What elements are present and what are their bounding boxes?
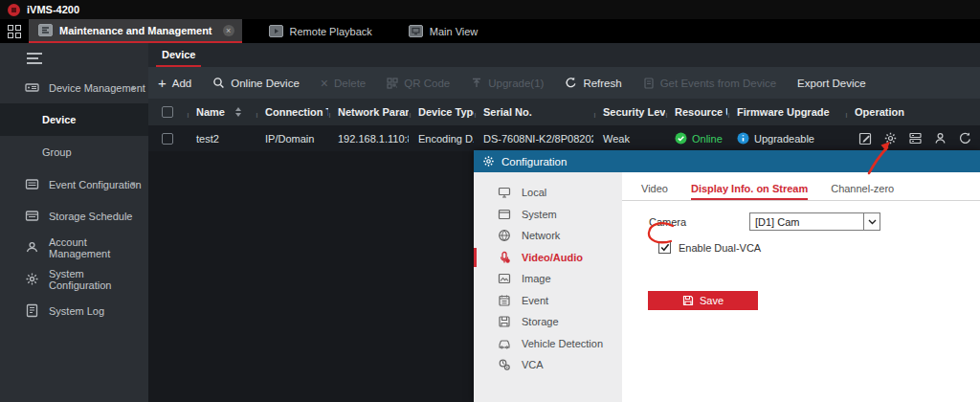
column-header-resource[interactable]: | Resource Us... bbox=[665, 106, 727, 118]
search-icon bbox=[212, 77, 225, 89]
column-header-serial[interactable]: | Serial No. bbox=[474, 106, 593, 118]
sidebar-item-account-management[interactable]: Account Management bbox=[0, 232, 148, 263]
monitor-icon bbox=[409, 25, 423, 37]
save-icon bbox=[682, 295, 694, 306]
edit-icon[interactable] bbox=[858, 131, 873, 145]
add-button[interactable]: + Add bbox=[158, 78, 191, 89]
dialog-nav-vca[interactable]: VCA bbox=[474, 354, 622, 376]
device-management-icon bbox=[25, 80, 39, 95]
cell-firmware: Upgradeable bbox=[727, 132, 845, 145]
column-header-network[interactable]: | Network Param... bbox=[328, 106, 409, 118]
qr-code-button[interactable]: QR Code bbox=[387, 78, 450, 89]
online-device-button[interactable]: Online Device bbox=[212, 77, 300, 89]
window-icon bbox=[497, 207, 511, 221]
dialog-nav-network[interactable]: Network bbox=[474, 225, 622, 247]
tab-display-info-on-stream[interactable]: Display Info. on Stream bbox=[691, 183, 808, 200]
sort-icon[interactable] bbox=[235, 107, 241, 117]
row-checkbox[interactable] bbox=[162, 133, 173, 145]
hikvision-logo-icon bbox=[8, 4, 20, 16]
system-configuration-icon bbox=[25, 272, 39, 286]
refresh-icon[interactable] bbox=[958, 131, 972, 145]
sidebar-item-storage-schedule[interactable]: Storage Schedule bbox=[0, 200, 148, 232]
dialog-nav-storage[interactable]: Storage bbox=[474, 311, 622, 333]
camera-select[interactable]: [D1] Cam bbox=[749, 212, 880, 231]
storage-icon[interactable] bbox=[908, 131, 923, 145]
left-sidebar: Device Management ▲ Device Group Event C… bbox=[0, 43, 148, 402]
maintenance-icon bbox=[38, 24, 53, 36]
sidebar-item-system-log[interactable]: System Log bbox=[0, 295, 148, 326]
caret-down-icon: ▼ bbox=[129, 180, 137, 189]
cell-connection: IP/Domain bbox=[256, 133, 328, 145]
upload-icon bbox=[471, 78, 482, 89]
select-all-checkbox[interactable] bbox=[162, 106, 173, 118]
tab-label: Main View bbox=[430, 26, 479, 37]
tab-main-view[interactable]: Main View bbox=[399, 19, 488, 43]
configuration-dialog: Configuration Local System Network V bbox=[474, 150, 980, 402]
upgrade-button[interactable]: Upgrade(1) bbox=[471, 78, 544, 89]
tab-video[interactable]: Video bbox=[641, 183, 668, 200]
sidebar-item-label: System Log bbox=[49, 305, 104, 317]
qr-icon bbox=[387, 78, 398, 89]
caret-up-icon: ▲ bbox=[129, 83, 137, 92]
tab-label: Maintenance and Management bbox=[59, 25, 212, 36]
user-icon[interactable] bbox=[933, 131, 947, 145]
app-title: iVMS-4200 bbox=[27, 4, 79, 15]
tab-device[interactable]: Device bbox=[156, 49, 201, 67]
tab-remote-playback[interactable]: Remote Playback bbox=[259, 19, 382, 43]
refresh-icon bbox=[565, 77, 577, 89]
account-management-icon bbox=[25, 240, 39, 255]
monitor-icon bbox=[497, 186, 511, 200]
export-device-button[interactable]: Export Device bbox=[797, 78, 866, 89]
get-events-button[interactable]: Get Events from Device bbox=[643, 78, 776, 89]
column-header-security[interactable]: | Security Level bbox=[593, 106, 665, 118]
dialog-tabbar: Video Display Info. on Stream Channel-ze… bbox=[622, 172, 980, 201]
sidebar-item-label: Storage Schedule bbox=[49, 211, 132, 222]
storage-schedule-icon bbox=[25, 209, 39, 223]
cell-name: test2 bbox=[187, 133, 256, 145]
event-icon bbox=[497, 293, 511, 307]
sidebar-item-device[interactable]: Device bbox=[0, 103, 148, 136]
page-tabbar: Device bbox=[148, 43, 980, 67]
cell-serial: DS-7608NI-K2/8P0820200... bbox=[474, 133, 593, 145]
apps-grid-button[interactable] bbox=[0, 19, 29, 43]
collapse-menu-button[interactable] bbox=[27, 53, 42, 64]
microphone-icon bbox=[497, 250, 511, 264]
enable-dual-vca-checkbox[interactable] bbox=[658, 241, 671, 254]
refresh-button[interactable]: Refresh bbox=[565, 77, 621, 89]
dialog-titlebar[interactable]: Configuration bbox=[474, 150, 980, 172]
dialog-nav: Local System Network Video/Audio Image bbox=[474, 172, 622, 402]
main-tabbar: Maintenance and Management × Remote Play… bbox=[0, 19, 980, 43]
table-row[interactable]: test2 IP/Domain 192.168.1.110:8... Encod… bbox=[148, 125, 980, 151]
globe-icon bbox=[497, 229, 511, 243]
cell-device-type: Encoding D... bbox=[409, 133, 474, 145]
column-header-firmware[interactable]: | Firmware Upgrade bbox=[727, 106, 845, 118]
column-header-device-type[interactable]: | Device Type bbox=[409, 106, 474, 118]
sidebar-item-system-configuration[interactable]: System Configuration bbox=[0, 263, 148, 295]
gear-icon[interactable] bbox=[883, 131, 898, 145]
image-icon bbox=[497, 272, 511, 286]
dialog-nav-event[interactable]: Event bbox=[474, 290, 622, 312]
dialog-nav-local[interactable]: Local bbox=[474, 182, 622, 204]
doc-icon bbox=[643, 78, 655, 89]
sidebar-item-label: Account Management bbox=[49, 236, 148, 259]
sidebar-item-group[interactable]: Group bbox=[0, 136, 148, 168]
camera-label: Camera bbox=[649, 216, 749, 228]
delete-button[interactable]: × Delete bbox=[321, 76, 366, 91]
close-icon[interactable]: × bbox=[223, 25, 234, 36]
check-circle-icon bbox=[675, 132, 687, 145]
cell-network: 192.168.1.110:8... bbox=[328, 133, 409, 145]
dialog-nav-system[interactable]: System bbox=[474, 204, 622, 226]
column-header-connection[interactable]: | Connection T... bbox=[256, 106, 328, 118]
sidebar-item-event-configuration[interactable]: Event Configuration ▼ bbox=[0, 168, 148, 200]
window-titlebar: iVMS-4200 bbox=[0, 0, 980, 19]
column-header-operation[interactable]: | Operation bbox=[845, 106, 975, 118]
dialog-nav-image[interactable]: Image bbox=[474, 268, 622, 290]
chevron-down-icon[interactable] bbox=[863, 213, 880, 230]
column-header-name[interactable]: | Name bbox=[187, 106, 256, 118]
dialog-nav-vehicle-detection[interactable]: Vehicle Detection bbox=[474, 333, 622, 355]
tab-channel-zero[interactable]: Channel-zero bbox=[831, 183, 894, 200]
dialog-nav-video-audio[interactable]: Video/Audio bbox=[474, 247, 622, 269]
save-button[interactable]: Save bbox=[648, 291, 758, 310]
tab-maintenance-and-management[interactable]: Maintenance and Management × bbox=[29, 19, 242, 43]
sidebar-item-device-management[interactable]: Device Management ▲ bbox=[0, 72, 148, 103]
